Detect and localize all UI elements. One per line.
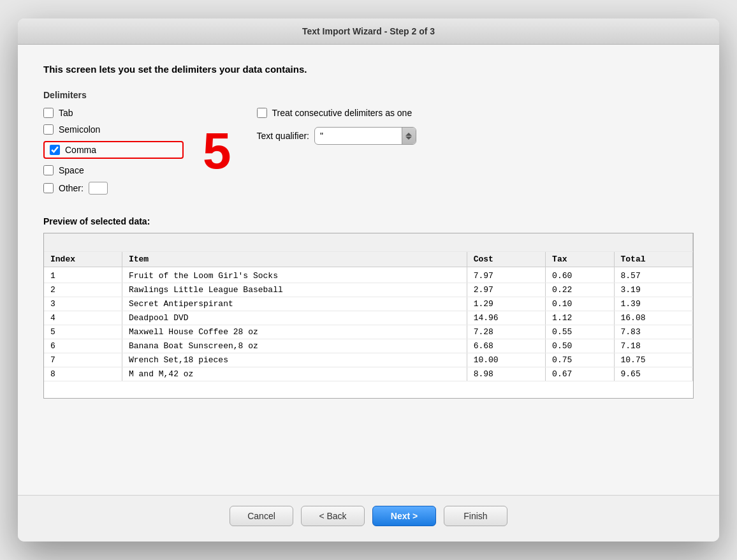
delimiter-grid: Tab Semicolon Comma	[43, 108, 694, 195]
other-checkbox[interactable]	[43, 183, 54, 193]
space-checkbox[interactable]	[43, 165, 54, 175]
table-cell: 5	[44, 325, 122, 339]
semicolon-checkbox[interactable]	[43, 124, 54, 135]
cancel-button[interactable]: Cancel	[230, 506, 293, 526]
treat-consecutive-label[interactable]: Treat consecutive delimiters as one	[272, 108, 412, 118]
table-cell: Wrench Set,18 pieces	[122, 353, 467, 367]
table-cell: 7.83	[614, 325, 693, 339]
table-cell: M and M,42 oz	[122, 367, 467, 381]
space-row: Space	[43, 165, 184, 175]
delimiter-left-wrapper: Tab Semicolon Comma	[43, 108, 231, 195]
table-cell: 6.68	[467, 339, 545, 353]
preview-col-header: Item	[122, 251, 467, 267]
table-cell: 9.65	[614, 367, 693, 381]
comma-label[interactable]: Comma	[65, 145, 96, 155]
table-cell: Maxwell House Coffee 28 oz	[122, 325, 467, 339]
table-cell: 8.57	[614, 267, 693, 283]
title-bar: Text Import Wizard - Step 2 of 3	[18, 18, 719, 45]
table-cell: 0.22	[546, 283, 614, 297]
table-cell: Banana Boat Sunscreen,8 oz	[122, 339, 467, 353]
table-row: 5Maxwell House Coffee 28 oz7.280.557.83	[44, 325, 693, 339]
text-qualifier-row: Text qualifier: "	[257, 127, 416, 145]
table-cell: 0.10	[546, 297, 614, 311]
comma-row: Comma	[43, 141, 184, 159]
qualifier-arrows[interactable]	[402, 127, 416, 145]
window-title: Text Import Wizard - Step 2 of 3	[302, 26, 435, 36]
finish-button[interactable]: Finish	[444, 506, 507, 526]
table-cell: 0.75	[546, 353, 614, 367]
preview-table-wrapper[interactable]: IndexItemCostTaxTotal 1Fruit of the Loom…	[43, 233, 694, 399]
table-cell: 0.60	[546, 267, 614, 283]
treat-consecutive-checkbox[interactable]	[257, 108, 267, 118]
table-cell: 16.08	[614, 311, 693, 325]
table-cell: 0.50	[546, 339, 614, 353]
table-cell: 7.18	[614, 339, 693, 353]
table-cell: 0.67	[546, 367, 614, 381]
other-input[interactable]	[89, 182, 108, 195]
table-cell: 8.98	[467, 367, 545, 381]
delimiters-label: Delimiters	[43, 90, 694, 100]
table-row: 8M and M,42 oz8.980.679.65	[44, 367, 693, 381]
table-cell: Secret Antiperspirant	[122, 297, 467, 311]
preview-header-row: IndexItemCostTaxTotal	[44, 251, 693, 267]
tab-label[interactable]: Tab	[59, 108, 73, 118]
table-cell: 7	[44, 353, 122, 367]
back-button[interactable]: < Back	[301, 506, 365, 526]
table-cell: 8	[44, 367, 122, 381]
table-cell: 3	[44, 297, 122, 311]
table-cell: 1.29	[467, 297, 545, 311]
table-cell: 2	[44, 283, 122, 297]
dialog: Text Import Wizard - Step 2 of 3 This sc…	[18, 18, 719, 542]
table-cell: 14.96	[467, 311, 545, 325]
semicolon-label[interactable]: Semicolon	[59, 124, 100, 135]
button-bar: Cancel < Back Next > Finish	[18, 495, 719, 542]
table-cell: 0.55	[546, 325, 614, 339]
preview-section: Preview of selected data: IndexItemCostT…	[43, 216, 694, 482]
preview-body: 1Fruit of the Loom Girl's Socks7.970.608…	[44, 267, 693, 381]
table-row: 6Banana Boat Sunscreen,8 oz6.680.507.18	[44, 339, 693, 353]
preview-col-header: Index	[44, 251, 122, 267]
table-cell: 6	[44, 339, 122, 353]
semicolon-row: Semicolon	[43, 124, 184, 135]
other-row: Other:	[43, 182, 184, 195]
preview-col-header: Tax	[546, 251, 614, 267]
table-cell: Rawlings Little League Baseball	[122, 283, 467, 297]
comma-checkbox[interactable]	[50, 145, 60, 155]
preview-empty-header-row	[44, 233, 693, 251]
delimiters-section: Delimiters Tab Semicolon	[43, 90, 694, 195]
content-area: This screen lets you set the delimiters …	[18, 45, 719, 495]
tab-checkbox[interactable]	[43, 108, 54, 118]
treat-consecutive-row: Treat consecutive delimiters as one	[257, 108, 416, 118]
table-cell: 7.97	[467, 267, 545, 283]
table-cell: 1.39	[614, 297, 693, 311]
next-button[interactable]: Next >	[372, 506, 436, 526]
preview-col-header: Cost	[467, 251, 545, 267]
table-cell: 10.75	[614, 353, 693, 367]
table-cell: Deadpool DVD	[122, 311, 467, 325]
table-cell: 3.19	[614, 283, 693, 297]
right-options: Treat consecutive delimiters as one Text…	[257, 108, 416, 195]
delimiter-left: Tab Semicolon Comma	[43, 108, 184, 195]
step-number: 5	[203, 126, 231, 177]
table-cell: 1	[44, 267, 122, 283]
table-row: 4Deadpool DVD14.961.1216.08	[44, 311, 693, 325]
preview-label: Preview of selected data:	[43, 216, 694, 226]
qualifier-value: "	[315, 127, 402, 145]
qualifier-arrow-down[interactable]	[405, 136, 412, 140]
description-text: This screen lets you set the delimiters …	[43, 64, 694, 75]
tab-row: Tab	[43, 108, 184, 118]
table-cell: Fruit of the Loom Girl's Socks	[122, 267, 467, 283]
table-cell: 4	[44, 311, 122, 325]
other-label[interactable]: Other:	[59, 183, 84, 193]
table-cell: 10.00	[467, 353, 545, 367]
table-row: 3Secret Antiperspirant1.290.101.39	[44, 297, 693, 311]
qualifier-arrow-up[interactable]	[405, 133, 412, 136]
preview-table: IndexItemCostTaxTotal 1Fruit of the Loom…	[44, 233, 693, 381]
table-cell: 1.12	[546, 311, 614, 325]
text-qualifier-label: Text qualifier:	[257, 131, 309, 141]
qualifier-select-wrapper[interactable]: "	[314, 127, 416, 145]
table-row: 1Fruit of the Loom Girl's Socks7.970.608…	[44, 267, 693, 283]
preview-col-header: Total	[614, 251, 693, 267]
space-label[interactable]: Space	[59, 165, 84, 175]
table-cell: 7.28	[467, 325, 545, 339]
